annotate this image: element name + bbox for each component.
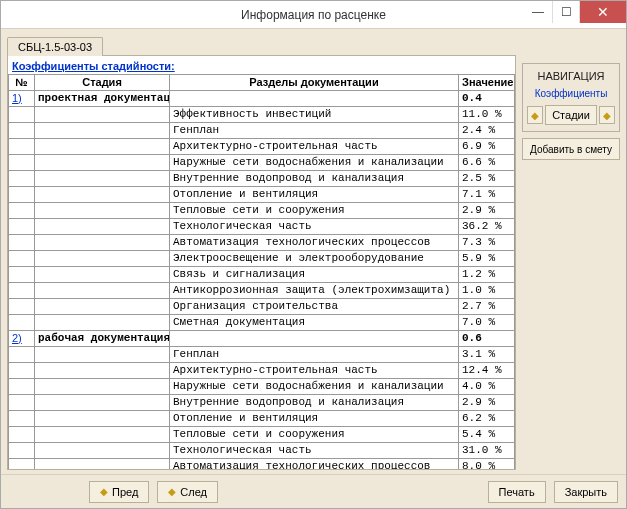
- bottom-bar: ◆Пред ◆След Печать Закрыть: [1, 474, 626, 508]
- table-row[interactable]: Наружные сети водоснабжения и канализаци…: [9, 155, 515, 171]
- close-button[interactable]: ✕: [580, 1, 626, 23]
- nav-next-icon[interactable]: ◆: [599, 106, 615, 124]
- table-row[interactable]: Автоматизация технологических процессов8…: [9, 459, 515, 470]
- nav-stage-row: ◆ Стадии ◆: [527, 105, 615, 125]
- cell-section: Внутренние водопровод и канализация: [170, 395, 459, 411]
- table-row[interactable]: Отопление и вентиляция7.1 %: [9, 187, 515, 203]
- cell-stage: [35, 203, 170, 219]
- cell-value: 2.9 %: [459, 203, 515, 219]
- cell-no: [9, 283, 35, 299]
- table-row[interactable]: Архитектурно-строительная часть6.9 %: [9, 139, 515, 155]
- cell-section: Организация строительства: [170, 299, 459, 315]
- cell-value: 6.6 %: [459, 155, 515, 171]
- cell-no: [9, 363, 35, 379]
- cell-section: Наружные сети водоснабжения и канализаци…: [170, 379, 459, 395]
- window-title: Информация по расценке: [241, 8, 386, 22]
- table-row[interactable]: Сметная документация7.0 %: [9, 315, 515, 331]
- cell-value: 3.1 %: [459, 347, 515, 363]
- print-button[interactable]: Печать: [488, 481, 546, 503]
- cell-section: Генплан: [170, 347, 459, 363]
- cell-no: [9, 347, 35, 363]
- cell-stage: [35, 267, 170, 283]
- close-dialog-button[interactable]: Закрыть: [554, 481, 618, 503]
- maximize-button[interactable]: ☐: [552, 1, 580, 23]
- cell-no: [9, 123, 35, 139]
- cell-stage: рабочая документация: [35, 331, 170, 347]
- table-row[interactable]: Организация строительства2.7 %: [9, 299, 515, 315]
- cell-stage: [35, 315, 170, 331]
- row-number-link[interactable]: 2): [12, 332, 22, 344]
- prev-button[interactable]: ◆Пред: [89, 481, 149, 503]
- cell-value: 31.0 %: [459, 443, 515, 459]
- cell-value: 8.0 %: [459, 459, 515, 470]
- col-header-value: Значение: [459, 75, 515, 91]
- side-panel: НАВИГАЦИЯ Коэффициенты ◆ Стадии ◆ Добави…: [522, 55, 620, 470]
- prev-label: Пред: [112, 486, 138, 498]
- cell-value: 2.9 %: [459, 395, 515, 411]
- table-row[interactable]: Наружные сети водоснабжения и канализаци…: [9, 379, 515, 395]
- table-row[interactable]: Генплан2.4 %: [9, 123, 515, 139]
- add-to-estimate-button[interactable]: Добавить в смету: [522, 138, 620, 160]
- table-row[interactable]: Архитектурно-строительная часть12.4 %: [9, 363, 515, 379]
- cell-value: 0.6: [459, 331, 515, 347]
- cell-no: [9, 251, 35, 267]
- cell-stage: [35, 283, 170, 299]
- main-panel: Коэффициенты стадийности: № Стадия Разде…: [7, 55, 516, 470]
- table-row[interactable]: 2)рабочая документация0.6: [9, 331, 515, 347]
- table-row[interactable]: Автоматизация технологических процессов7…: [9, 235, 515, 251]
- cell-no: [9, 203, 35, 219]
- nav-stages-button[interactable]: Стадии: [545, 105, 597, 125]
- cell-stage: [35, 459, 170, 470]
- cell-section: Связь и сигнализация: [170, 267, 459, 283]
- cell-no: [9, 155, 35, 171]
- cell-stage: [35, 363, 170, 379]
- cell-section: Тепловые сети и сооружения: [170, 427, 459, 443]
- cell-no: 1): [9, 91, 35, 107]
- tab-code[interactable]: СБЦ-1.5-03-03: [7, 37, 103, 56]
- cell-no: [9, 107, 35, 123]
- cell-stage: [35, 187, 170, 203]
- cell-value: 11.0 %: [459, 107, 515, 123]
- cell-no: [9, 299, 35, 315]
- table-row[interactable]: Тепловые сети и сооружения2.9 %: [9, 203, 515, 219]
- col-header-stage: Стадия: [35, 75, 170, 91]
- table-row[interactable]: Отопление и вентиляция6.2 %: [9, 411, 515, 427]
- cell-no: [9, 379, 35, 395]
- nav-coefficients-link[interactable]: Коэффициенты: [527, 88, 615, 99]
- cell-section: Автоматизация технологических процессов: [170, 459, 459, 470]
- minimize-button[interactable]: —: [524, 1, 552, 23]
- cell-no: [9, 235, 35, 251]
- nav-prev-icon[interactable]: ◆: [527, 106, 543, 124]
- table-row[interactable]: Электроосвещение и электрооборудование5.…: [9, 251, 515, 267]
- cell-section: Генплан: [170, 123, 459, 139]
- cell-value: 7.1 %: [459, 187, 515, 203]
- cell-stage: проектная документация: [35, 91, 170, 107]
- table-row[interactable]: Генплан3.1 %: [9, 347, 515, 363]
- cell-stage: [35, 395, 170, 411]
- cell-stage: [35, 427, 170, 443]
- table-scroll[interactable]: № Стадия Разделы документации Значение 1…: [8, 74, 515, 469]
- table-row[interactable]: Внутренние водопровод и канализация2.9 %: [9, 395, 515, 411]
- table-row[interactable]: 1)проектная документация0.4: [9, 91, 515, 107]
- table-row[interactable]: Тепловые сети и сооружения5.4 %: [9, 427, 515, 443]
- cell-no: [9, 267, 35, 283]
- coefficients-table: № Стадия Разделы документации Значение 1…: [8, 74, 515, 469]
- cell-value: 1.2 %: [459, 267, 515, 283]
- cell-section: Архитектурно-строительная часть: [170, 139, 459, 155]
- table-row[interactable]: Эффективность инвестиций11.0 %: [9, 107, 515, 123]
- table-row[interactable]: Технологическая часть31.0 %: [9, 443, 515, 459]
- cell-stage: [35, 411, 170, 427]
- cell-value: 6.2 %: [459, 411, 515, 427]
- cell-no: [9, 315, 35, 331]
- app-window: Информация по расценке — ☐ ✕ СБЦ-1.5-03-…: [0, 0, 627, 509]
- table-row[interactable]: Технологическая часть36.2 %: [9, 219, 515, 235]
- coefficients-header-link[interactable]: Коэффициенты стадийности:: [8, 56, 515, 74]
- cell-section: Технологическая часть: [170, 443, 459, 459]
- table-row[interactable]: Внутренние водопровод и канализация2.5 %: [9, 171, 515, 187]
- table-row[interactable]: Антикоррозионная защита (электрохимзащит…: [9, 283, 515, 299]
- row-number-link[interactable]: 1): [12, 92, 22, 104]
- next-button[interactable]: ◆След: [157, 481, 218, 503]
- cell-value: 0.4: [459, 91, 515, 107]
- table-row[interactable]: Связь и сигнализация1.2 %: [9, 267, 515, 283]
- cell-section: Эффективность инвестиций: [170, 107, 459, 123]
